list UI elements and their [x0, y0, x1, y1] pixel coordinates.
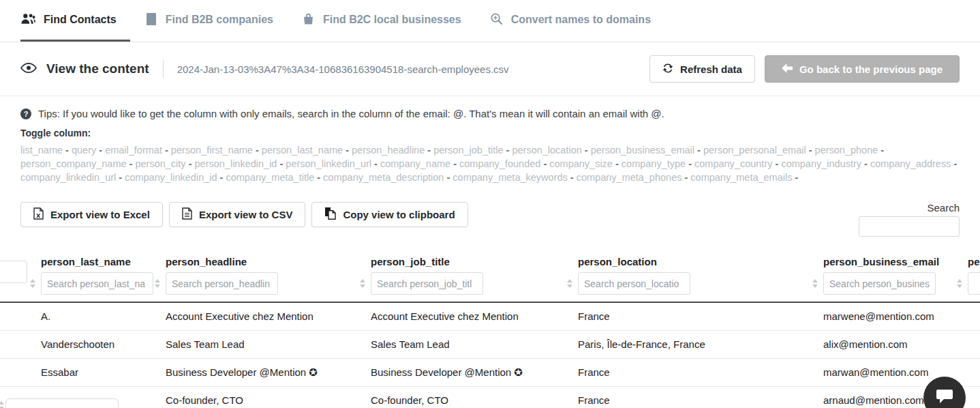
global-search-input[interactable]	[859, 216, 960, 237]
column-search-partial[interactable]	[0, 261, 27, 283]
toggle-column-item[interactable]: person_first_name	[171, 145, 253, 156]
export-excel-button[interactable]: Export view to Excel	[20, 202, 163, 227]
toggle-column-item[interactable]: company_size	[549, 158, 613, 169]
sort-arrows[interactable]	[812, 279, 818, 288]
toggle-column-item[interactable]: company_name	[380, 158, 450, 169]
go-back-button[interactable]: Go back to the previous page	[765, 55, 960, 83]
column-header-person_last_name[interactable]: person_last_name	[34, 253, 159, 302]
column-search-person_business_email[interactable]	[823, 272, 936, 295]
refresh-button-label: Refresh data	[680, 63, 742, 75]
data-table: person_last_nameperson_headlineperson_jo…	[0, 253, 980, 408]
table-cell: alix@mention.com	[816, 330, 961, 358]
toggle-column-item[interactable]: company_country	[694, 158, 772, 169]
toggle-column-item[interactable]: person_location	[512, 145, 581, 156]
footer-search-input[interactable]	[5, 398, 119, 408]
column-header-person_location[interactable]: person_location	[571, 253, 816, 302]
toggle-column-item[interactable]: person_city	[135, 158, 185, 169]
toggle-column-item[interactable]: company_founded	[459, 158, 540, 169]
table-cell: Paris, Île-de-France, France	[571, 330, 816, 358]
table-cell: Essabar	[34, 358, 159, 386]
column-header-person_business_email[interactable]: person_business_email	[816, 253, 961, 302]
toggle-column-item[interactable]: person_job_title	[433, 145, 503, 156]
toggle-separator: -	[253, 145, 262, 156]
table-cell: Vanderschooten	[34, 330, 159, 358]
toggle-column-item[interactable]: list_name	[20, 145, 63, 156]
toggle-column-item[interactable]: query	[72, 145, 96, 156]
column-title: person_headline	[166, 256, 364, 267]
tab-find-contacts[interactable]: Find Contacts	[20, 0, 130, 42]
toggle-column-item[interactable]: person_linkedin_id	[195, 158, 277, 169]
column-header-person_personal_email[interactable]: person_personal_email	[961, 253, 980, 302]
zoom-in-icon	[490, 12, 503, 28]
export-csv-button[interactable]: Export view to CSV	[169, 202, 306, 227]
column-header-partial[interactable]	[0, 253, 34, 302]
column-title: person_last_name	[41, 256, 159, 267]
column-title: person_business_email	[823, 256, 961, 267]
go-back-button-label: Go back to the previous page	[799, 63, 943, 75]
refresh-icon	[662, 63, 673, 76]
toggle-column-item[interactable]: person_last_name	[262, 145, 343, 156]
toggle-column-item[interactable]: person_business_email	[591, 145, 694, 156]
toggle-separator: -	[504, 145, 512, 156]
eye-icon	[20, 62, 37, 76]
tips-row: ? Tips: If you would like to get the col…	[20, 108, 960, 119]
export-csv-label: Export view to CSV	[199, 209, 293, 220]
toggle-column-item[interactable]: company_meta_description	[323, 172, 444, 183]
toggle-column-item[interactable]: person_headline	[352, 145, 425, 156]
toggle-column-item[interactable]: company_address	[870, 158, 951, 169]
building-icon	[145, 12, 157, 28]
csv-filename: 2024-Jan-13-03%3A47%3A34-106836163904518…	[177, 63, 509, 75]
column-header-person_headline[interactable]: person_headline	[159, 253, 364, 302]
tab-find-b2b-companies[interactable]: Find B2B companies	[145, 0, 287, 42]
toggle-separator: -	[371, 158, 380, 169]
csv-file-icon	[182, 207, 192, 222]
toggle-column-item[interactable]: company_meta_emails	[690, 172, 792, 183]
toggle-column-item[interactable]: company_linkedin_id	[125, 172, 217, 183]
tab-label: Convert names to domains	[511, 14, 651, 26]
toggle-column-item[interactable]: person_phone	[815, 145, 878, 156]
table-row: EssabarBusiness Developer @Mention ✪Busi…	[0, 358, 980, 386]
table-cell: Account Executive chez Mention	[364, 302, 571, 330]
table-cell	[0, 358, 34, 386]
column-search-person_location[interactable]	[578, 272, 690, 295]
toggle-separator: -	[806, 145, 815, 156]
toggle-column-item[interactable]: company_linkedin_url	[20, 172, 116, 183]
table-cell: Co-founder, CTO	[364, 386, 571, 408]
tab-label: Find B2C local businesses	[323, 14, 461, 26]
toggle-column-item[interactable]: person_company_name	[20, 158, 127, 169]
sort-arrows[interactable]	[567, 279, 572, 288]
tab-convert-names-to-domains[interactable]: Convert names to domains	[490, 0, 664, 42]
column-header-person_job_title[interactable]: person_job_title	[364, 253, 571, 302]
toggle-column-item[interactable]: person_personal_email	[703, 145, 806, 156]
tab-label: Find B2B companies	[166, 14, 273, 26]
copy-icon	[324, 207, 336, 222]
toggle-column-item[interactable]: company_industry	[781, 158, 861, 169]
toggle-column-item[interactable]: company_meta_keywords	[453, 172, 567, 183]
toggle-separator: -	[162, 145, 171, 156]
copy-clipboard-button[interactable]: Copy view to clipboard	[311, 202, 468, 227]
column-search-person_personal_email[interactable]	[968, 272, 980, 295]
toggle-column-item[interactable]: company_meta_phones	[577, 172, 682, 183]
toggle-column-item[interactable]: person_linkedin_url	[286, 158, 371, 169]
toggle-separator: -	[314, 172, 323, 183]
toggle-column-item[interactable]: company_meta_title	[226, 172, 314, 183]
table-row: A.Account Executive chez MentionAccount …	[0, 302, 980, 330]
toggle-column-item[interactable]: email_format	[105, 145, 162, 156]
divider	[163, 60, 164, 78]
column-search-person_job_title[interactable]	[371, 272, 483, 295]
sort-arrows[interactable]	[30, 279, 35, 288]
tab-label: Find Contacts	[44, 14, 117, 26]
sort-arrows[interactable]	[957, 279, 962, 288]
tab-find-b2c-local-businesses[interactable]: Find B2C local businesses	[302, 0, 475, 42]
sort-arrows[interactable]	[155, 279, 160, 288]
toggle-column-item[interactable]: company_type	[622, 158, 686, 169]
column-search-person_last_name[interactable]	[41, 272, 153, 295]
question-icon: ?	[20, 108, 31, 119]
toggle-separator: -	[186, 158, 195, 169]
column-search-person_headline[interactable]	[166, 272, 278, 295]
toggle-separator: -	[450, 158, 459, 169]
table-cell: Co-founder, CTO	[159, 386, 364, 408]
sort-arrows[interactable]	[0, 401, 4, 408]
refresh-data-button[interactable]: Refresh data	[649, 55, 755, 83]
sort-arrows[interactable]	[360, 279, 365, 288]
